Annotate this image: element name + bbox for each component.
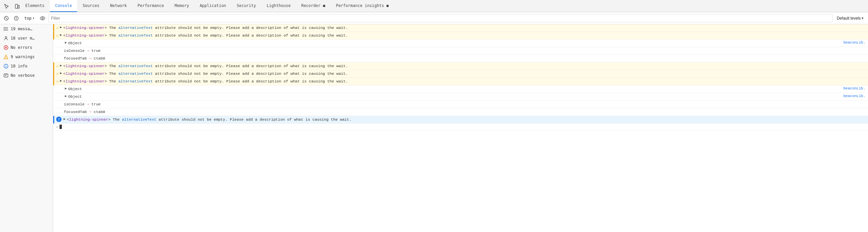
sidebar-item-verbose[interactable]: No verbose xyxy=(0,71,53,80)
user-icon xyxy=(3,36,9,41)
devtools-icon-bar xyxy=(0,0,24,12)
error-icon xyxy=(3,45,9,50)
expand-arrow[interactable]: ▶ xyxy=(60,79,62,83)
context-selector[interactable]: top ▾ xyxy=(22,15,37,22)
prop-line: focusedTab → ctab0 xyxy=(53,55,868,63)
sidebar-item-errors[interactable]: No errors xyxy=(0,43,53,52)
clear-console-button[interactable] xyxy=(2,14,11,23)
tab-application[interactable]: Application xyxy=(194,0,231,12)
sidebar-item-info[interactable]: 10 info xyxy=(0,62,53,71)
list-icon xyxy=(3,26,9,32)
expand-arrow[interactable]: ▶ xyxy=(60,71,62,75)
main-area: 19 messa… 18 user m… xyxy=(0,24,868,232)
devtools-tabs: Elements Console Sources Network Perform… xyxy=(0,0,868,12)
warning-icon: ⚠ xyxy=(56,33,59,38)
repeat-badge: 2 xyxy=(56,117,62,122)
svg-point-8 xyxy=(40,16,45,20)
console-toolbar: top ▾ Default levels ▾ xyxy=(0,12,868,24)
cursor xyxy=(60,125,62,129)
row-text: <lightning-spinner> The alternativeText … xyxy=(63,71,865,77)
row-source[interactable]: beaconLib. xyxy=(843,87,865,90)
svg-line-3 xyxy=(5,17,7,19)
filter-icon-button[interactable] xyxy=(12,14,21,23)
device-icon[interactable] xyxy=(13,2,21,10)
svg-point-24 xyxy=(6,65,6,66)
console-row: ⚠ ▶ <lightning-spinner> The alternativeT… xyxy=(53,24,868,32)
console-row: ⚠ ▶ <lightning-spinner> The alternativeT… xyxy=(53,32,868,39)
tab-network[interactable]: Network xyxy=(105,0,132,12)
tab-memory[interactable]: Memory xyxy=(169,0,194,12)
prompt-row[interactable]: › xyxy=(53,124,868,130)
console-row: ⚠ ▶ <lightning-spinner> The alternativeT… xyxy=(53,70,868,78)
svg-point-16 xyxy=(5,37,7,38)
row-text: <lightning-spinner> The alternativeText … xyxy=(67,117,865,123)
row-text: <lightning-spinner> The alternativeText … xyxy=(63,25,865,31)
expand-arrow[interactable]: ▶ xyxy=(65,87,67,90)
console-row: 2 ▶ <lightning-spinner> The alternativeT… xyxy=(53,116,868,124)
svg-rect-0 xyxy=(15,4,18,8)
filter-input[interactable] xyxy=(48,14,833,22)
row-text: Object xyxy=(68,94,841,100)
expand-arrow[interactable]: ▶ xyxy=(60,64,62,67)
sidebar-item-messages[interactable]: 19 messa… xyxy=(0,24,53,34)
prompt-char: › xyxy=(56,125,58,129)
inspect-icon[interactable] xyxy=(3,2,11,10)
console-row: ▶ Object beaconLib. xyxy=(53,86,868,93)
warning-icon: ⚠ xyxy=(56,79,59,84)
warning-icon: ⚠ xyxy=(56,71,59,76)
prop-line: focusedTab → ctab0 xyxy=(53,108,868,116)
svg-point-9 xyxy=(41,17,43,19)
tab-elements[interactable]: Elements xyxy=(20,0,50,12)
eager-eval-button[interactable] xyxy=(38,14,47,23)
expand-arrow[interactable]: ▶ xyxy=(64,117,65,121)
tab-security[interactable]: Security xyxy=(231,0,261,12)
row-text: <lightning-spinner> The alternativeText … xyxy=(63,78,865,85)
tab-performance[interactable]: Performance xyxy=(132,0,169,12)
expand-arrow[interactable]: ▶ xyxy=(65,94,67,98)
expand-arrow[interactable]: ▶ xyxy=(60,25,62,29)
console-output[interactable]: ⚠ ▶ <lightning-spinner> The alternativeT… xyxy=(53,24,868,232)
svg-point-14 xyxy=(4,29,4,29)
console-row: ⚠ ▶ <lightning-spinner> The alternativeT… xyxy=(53,78,868,86)
svg-point-15 xyxy=(4,30,4,31)
warning-icon: ⚠ xyxy=(56,25,59,30)
verbose-icon xyxy=(3,73,9,78)
tab-sources[interactable]: Sources xyxy=(77,0,105,12)
tab-recorder[interactable]: Recorder ● xyxy=(296,0,331,12)
tab-console[interactable]: Console xyxy=(50,0,78,12)
svg-point-13 xyxy=(4,27,4,28)
row-source[interactable]: beaconLib. xyxy=(843,40,865,44)
sidebar-item-warnings[interactable]: 9 warnings xyxy=(0,52,53,62)
svg-rect-1 xyxy=(18,5,19,8)
prop-line: isConsole → true xyxy=(53,101,868,108)
prop-line: isConsole → true xyxy=(53,47,868,55)
row-text: <lightning-spinner> The alternativeText … xyxy=(63,33,865,39)
row-text: Object xyxy=(68,86,841,92)
warning-icon xyxy=(3,54,9,60)
console-row: ⚠ ▶ <lightning-spinner> The alternativeT… xyxy=(53,63,868,70)
expand-arrow[interactable]: ▶ xyxy=(65,40,67,44)
tab-perf-insights[interactable]: Performance insights ● xyxy=(331,0,394,12)
expand-arrow[interactable]: ▶ xyxy=(60,33,62,37)
info-icon xyxy=(3,64,9,69)
row-source[interactable]: beaconLib. xyxy=(843,94,865,98)
default-levels-button[interactable]: Default levels ▾ xyxy=(834,15,866,21)
sidebar-item-user-messages[interactable]: 18 user m… xyxy=(0,34,53,43)
console-row: ▶ Object beaconLib. xyxy=(53,39,868,47)
tab-lighthouse[interactable]: Lighthouse xyxy=(261,0,296,12)
sidebar: 19 messa… 18 user m… xyxy=(0,24,53,232)
console-row: ▶ Object beaconLib. xyxy=(53,93,868,101)
row-text: Object xyxy=(68,40,841,46)
svg-point-21 xyxy=(6,58,6,58)
row-text: <lightning-spinner> The alternativeText … xyxy=(63,63,865,69)
warning-icon: ⚠ xyxy=(56,64,59,68)
